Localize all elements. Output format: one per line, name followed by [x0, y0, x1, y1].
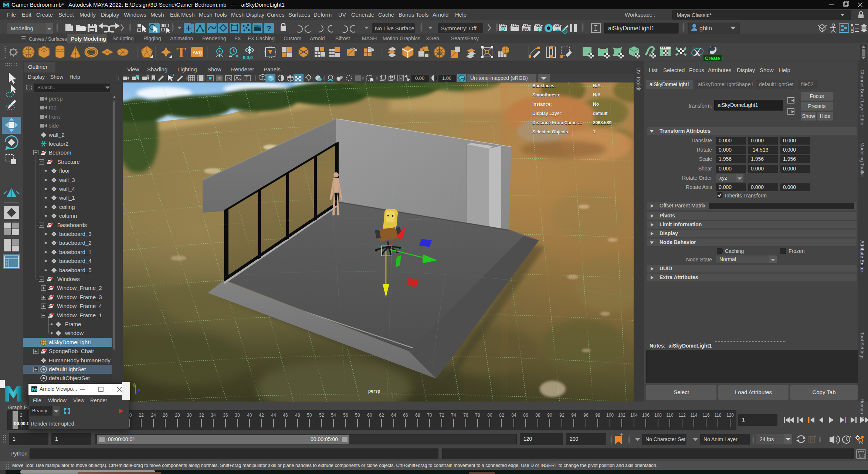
svg-text:102: 102	[618, 413, 625, 418]
svg-text:68: 68	[415, 413, 420, 418]
svg-text:36: 36	[223, 413, 228, 418]
svg-text:100: 100	[606, 413, 614, 418]
svg-text:Create :: Create :	[705, 55, 723, 61]
svg-text:60: 60	[367, 413, 372, 418]
svg-text:T: T	[176, 44, 186, 61]
svg-text:No Character Set: No Character Set	[645, 436, 685, 442]
svg-text:54: 54	[331, 413, 336, 418]
svg-text:80: 80	[487, 413, 492, 418]
svg-text:svg: svg	[193, 50, 202, 55]
svg-text:88: 88	[535, 413, 540, 418]
svg-text:aiSkyDomeLight1: aiSkyDomeLight1	[608, 25, 655, 31]
svg-text:2: 2	[20, 413, 23, 418]
svg-text:Symmetry: Off: Symmetry: Off	[441, 25, 477, 31]
svg-text:64: 64	[391, 413, 396, 418]
svg-text:00:00:0: 00:00:0	[14, 421, 30, 426]
svg-text:82: 82	[499, 413, 504, 418]
svg-text:34: 34	[211, 413, 216, 418]
svg-text:108: 108	[654, 413, 662, 418]
svg-text:IPR: IPR	[523, 28, 529, 31]
svg-text:84: 84	[511, 413, 516, 418]
svg-text:24: 24	[151, 413, 156, 418]
svg-text:56: 56	[343, 413, 348, 418]
svg-text:58: 58	[355, 413, 360, 418]
svg-text:114: 114	[690, 413, 697, 418]
svg-text:46: 46	[283, 413, 288, 418]
svg-text:92: 92	[559, 413, 564, 418]
svg-text:72: 72	[439, 413, 444, 418]
svg-text:0.00: 0.00	[415, 75, 424, 81]
svg-text:y: y	[133, 382, 135, 386]
svg-text:T: T	[245, 76, 248, 81]
svg-text:22: 22	[139, 413, 144, 418]
svg-text:104: 104	[630, 413, 638, 418]
svg-text:z: z	[138, 387, 140, 392]
svg-text:ghlin: ghlin	[699, 25, 712, 31]
svg-text:106: 106	[642, 413, 650, 418]
svg-text:0,0,0: 0,0,0	[243, 55, 253, 60]
svg-text:118: 118	[714, 413, 721, 418]
svg-text:No Anim Layer: No Anim Layer	[703, 436, 738, 442]
svg-text:48: 48	[295, 413, 300, 418]
svg-text:78: 78	[475, 413, 480, 418]
svg-text:26: 26	[163, 413, 168, 418]
svg-text:50: 50	[307, 413, 312, 418]
svg-text:90: 90	[547, 413, 552, 418]
svg-text:96: 96	[583, 413, 589, 418]
svg-text:86: 86	[523, 413, 528, 418]
svg-text:70: 70	[427, 413, 432, 418]
svg-text:94: 94	[571, 413, 576, 418]
svg-text:74: 74	[451, 413, 456, 418]
svg-text:98: 98	[595, 413, 600, 418]
svg-text:62: 62	[379, 413, 384, 418]
svg-text:42: 42	[259, 413, 264, 418]
svg-text:40: 40	[247, 413, 252, 418]
svg-text:120: 120	[726, 413, 734, 418]
svg-text:38: 38	[235, 413, 240, 418]
svg-text:52: 52	[319, 413, 324, 418]
svg-text:24 fps: 24 fps	[760, 436, 774, 442]
svg-text:30: 30	[187, 413, 192, 418]
svg-text:No Live Surface: No Live Surface	[375, 25, 414, 31]
svg-text:28: 28	[175, 413, 180, 418]
svg-text:116: 116	[702, 413, 709, 418]
svg-text:Un-tone-mapped (sRGB): Un-tone-mapped (sRGB)	[470, 75, 528, 81]
svg-text:112: 112	[678, 413, 685, 418]
svg-text:{;}: {;}	[858, 454, 866, 458]
svg-text:ON: ON	[460, 77, 464, 80]
svg-text:66: 66	[403, 413, 408, 418]
svg-text:44: 44	[271, 413, 276, 418]
svg-text:1.00: 1.00	[442, 75, 451, 81]
svg-text:76: 76	[463, 413, 468, 418]
svg-text:32: 32	[199, 413, 204, 418]
svg-text:110: 110	[666, 413, 673, 418]
svg-text:?: ?	[267, 24, 271, 33]
